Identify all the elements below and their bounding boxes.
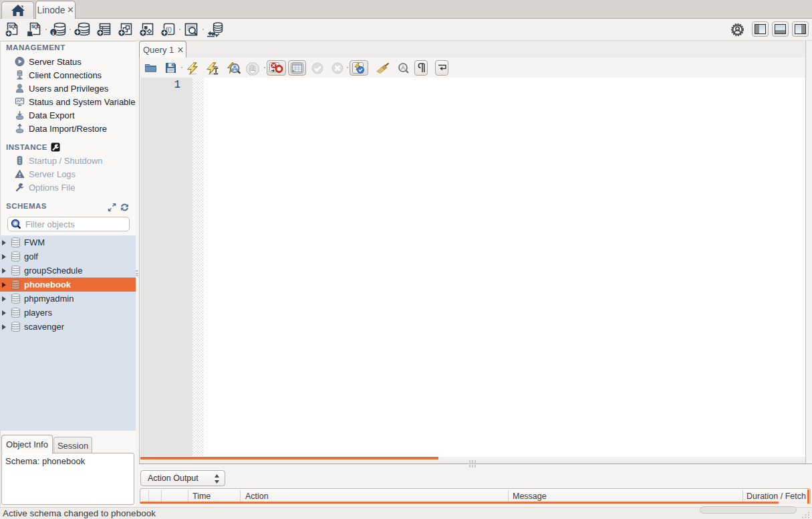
svg-text:SQL: SQL	[9, 24, 17, 29]
svg-text:A: A	[401, 64, 405, 71]
svg-text:(): ()	[168, 26, 172, 33]
svg-text:SQL: SQL	[31, 24, 40, 29]
